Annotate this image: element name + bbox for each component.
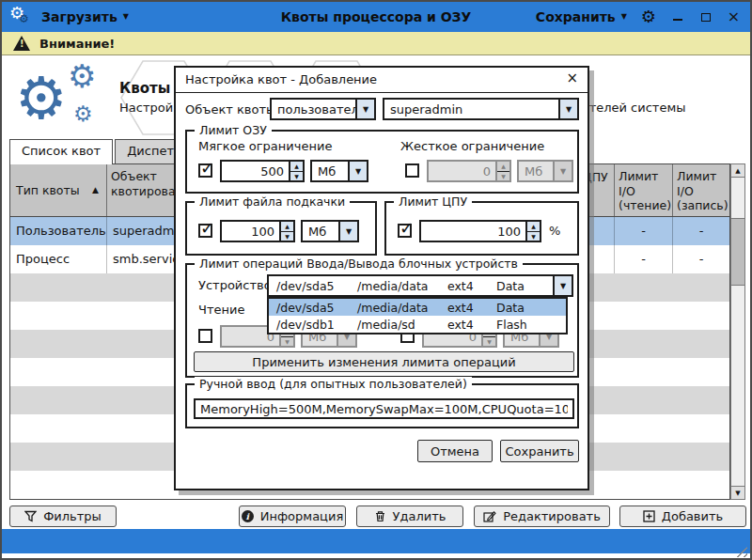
option-fs: ext4 xyxy=(447,301,496,315)
filters-button[interactable]: Фильтры xyxy=(9,506,117,527)
swap-limit-unit: Мб xyxy=(303,222,338,241)
soft-limit-unit-combobox[interactable]: Мб ▼ xyxy=(310,160,368,182)
chevron-down-icon: ▼ xyxy=(123,13,129,21)
info-icon: i xyxy=(242,510,254,522)
spinner-buttons[interactable]: ▲▼ xyxy=(525,222,540,241)
minimize-icon xyxy=(673,19,682,21)
device-dropdown-list: /dev/sda5 /media/data ext4 Data /dev/sdb… xyxy=(267,297,568,334)
dialog-save-button[interactable]: Сохранить xyxy=(500,440,579,462)
swap-limit-spinner[interactable]: 100 ▲▼ xyxy=(220,220,295,242)
cpu-limit-unit: % xyxy=(549,224,560,238)
quota-target-combobox[interactable]: superadmin ▼ xyxy=(383,98,579,120)
cell-type: Пользователь xyxy=(10,217,106,245)
spin-down-icon: ▼ xyxy=(290,172,303,181)
quota-type-combobox[interactable]: пользователь ▼ xyxy=(270,98,376,120)
minimize-button[interactable] xyxy=(670,9,684,24)
manual-input-field[interactable] xyxy=(194,398,574,419)
spinner-buttons[interactable]: ▲▼ xyxy=(289,162,303,180)
tab-quota-list[interactable]: Список квот xyxy=(9,139,113,164)
read-limit-checkbox[interactable] xyxy=(198,329,212,343)
column-header-io-write[interactable]: Лимит I/O (запись) xyxy=(672,164,729,216)
warning-icon xyxy=(13,36,30,51)
edit-icon xyxy=(483,510,496,522)
scroll-down-icon[interactable]: ▼ xyxy=(730,486,745,500)
spinner-buttons: ▲▼ xyxy=(495,162,509,180)
soft-limit-unit: Мб xyxy=(312,162,348,180)
edit-button-label: Редактировать xyxy=(503,509,601,523)
cpu-limit-checkbox[interactable] xyxy=(398,224,412,238)
gear-icon: ⚙ xyxy=(73,103,93,125)
apply-io-limit-button[interactable]: Применить изменения лимита операций xyxy=(194,351,574,372)
cpu-limit-legend: Лимит ЦПУ xyxy=(394,194,472,209)
close-button[interactable]: × xyxy=(727,9,741,24)
dropdown-button[interactable]: ▼ xyxy=(558,100,577,118)
cpu-limit-spinner[interactable]: 100 ▲▼ xyxy=(419,220,541,242)
gear-icon: ⚙ xyxy=(15,70,68,128)
save-menu-button[interactable]: Сохранить ▼ xyxy=(536,9,627,24)
soft-limit-checkbox[interactable] xyxy=(198,163,212,178)
option-dev: /dev/sdb1 xyxy=(276,318,357,332)
load-menu-button[interactable]: Загрузить ▼ xyxy=(41,9,129,24)
dialog-title: Настройка квот - Добавление xyxy=(185,72,377,86)
table-scrollbar[interactable]: ▲ ▼ xyxy=(730,163,745,500)
dropdown-button[interactable]: ▼ xyxy=(338,222,357,241)
column-header-io-read[interactable]: Лимит I/O (чтение) xyxy=(614,164,672,216)
spin-down-icon: ▼ xyxy=(483,337,495,347)
status-bar xyxy=(2,529,750,553)
cpu-limit-group: Лимит ЦПУ 100 ▲▼ % xyxy=(384,201,579,256)
info-button-label: Информация xyxy=(260,509,343,523)
device-label: Устройство: xyxy=(198,278,275,292)
option-mount: /media/data xyxy=(357,301,447,315)
edit-button[interactable]: Редактировать xyxy=(474,506,610,527)
info-button[interactable]: i Информация xyxy=(239,506,346,527)
cell-object: superadmin xyxy=(106,217,180,245)
device-fs: ext4 xyxy=(447,279,496,295)
spin-up-icon: ▲ xyxy=(527,222,540,232)
quota-target-value: superadmin xyxy=(384,100,558,118)
column-header-type[interactable]: Тип квоты ▲ xyxy=(10,164,106,216)
device-option[interactable]: /dev/sda5 /media/data ext4 Data xyxy=(269,299,566,316)
dropdown-button[interactable]: ▼ xyxy=(348,162,367,180)
add-button[interactable]: Добавить xyxy=(619,506,746,527)
read-label: Чтение xyxy=(198,303,244,317)
titlebar: ⚙ ⚙ Загрузить ▼ Квоты процессора и ОЗУ С… xyxy=(2,2,750,32)
filter-icon xyxy=(24,510,37,522)
swap-limit-unit-combobox[interactable]: Мб ▼ xyxy=(301,220,359,242)
maximize-button[interactable] xyxy=(698,9,713,24)
add-icon xyxy=(643,510,655,522)
page-subtitle-left: Настрой xyxy=(119,101,173,115)
dialog-close-button[interactable]: × xyxy=(566,71,578,86)
delete-button[interactable]: Удалить xyxy=(356,506,463,527)
io-limit-group: Лимит операций Ввода/Вывода блочных устр… xyxy=(185,263,579,378)
scrollbar-thumb[interactable] xyxy=(730,218,745,286)
swap-limit-value: 100 xyxy=(222,222,279,241)
option-mount: /media/sd xyxy=(357,318,447,332)
device-combobox[interactable]: /dev/sda5 /media/data ext4 Data ▼ xyxy=(267,274,573,297)
column-header-object[interactable]: Объект квотирования xyxy=(106,164,180,216)
option-name: Data xyxy=(496,301,566,315)
soft-limit-spinner[interactable]: 500 ▲▼ xyxy=(220,160,305,182)
soft-limit-value: 500 xyxy=(222,162,289,180)
cell-io-write: - xyxy=(672,245,729,273)
cell-io-read: - xyxy=(614,217,672,245)
device-option[interactable]: /dev/sdb1 /media/sd ext4 Flash xyxy=(269,316,566,333)
window-title: Квоты процессора и ОЗУ xyxy=(281,9,472,24)
dropdown-button[interactable]: ▼ xyxy=(553,276,572,295)
spinner-buttons[interactable]: ▲▼ xyxy=(279,222,293,241)
chevron-down-icon: ▼ xyxy=(355,167,361,176)
settings-gear-icon[interactable]: ⚙ xyxy=(641,8,656,25)
device-name: Data xyxy=(496,279,553,295)
filters-button-label: Фильтры xyxy=(43,509,102,523)
swap-limit-checkbox[interactable] xyxy=(198,224,212,238)
hard-limit-value: 0 xyxy=(429,162,495,180)
page-subtitle-right: вателей системы xyxy=(574,101,685,115)
cell-object: smb.service xyxy=(106,245,180,273)
hard-limit-unit: Мб xyxy=(519,162,553,180)
scroll-up-icon[interactable]: ▲ xyxy=(730,163,745,178)
app-window: ⚙ ⚙ Загрузить ▼ Квоты процессора и ОЗУ С… xyxy=(0,0,752,560)
ram-limit-legend: Лимит ОЗУ xyxy=(195,123,272,137)
dropdown-button[interactable]: ▼ xyxy=(355,100,374,118)
option-dev: /dev/sda5 xyxy=(276,301,357,315)
hard-limit-checkbox[interactable] xyxy=(405,163,419,178)
dialog-cancel-button[interactable]: Отмена xyxy=(417,440,493,462)
